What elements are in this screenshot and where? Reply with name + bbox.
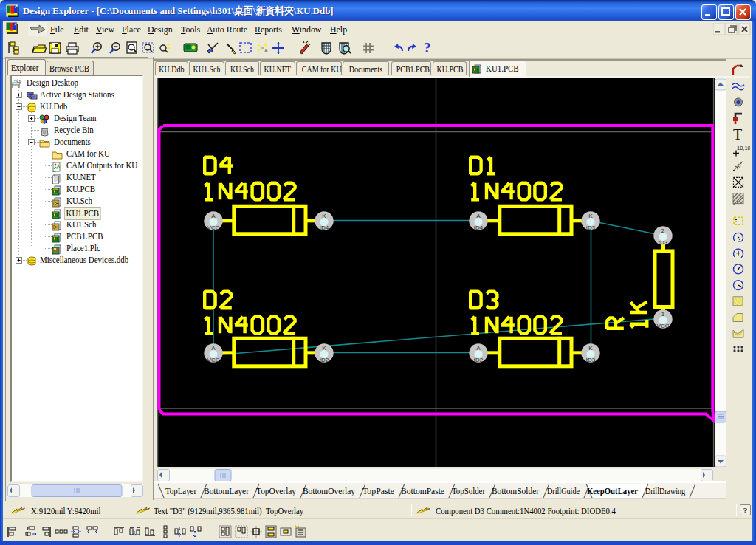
svg-text:DrillDrawing: DrillDrawing — [645, 486, 686, 496]
svg-text:tD4: tD4 — [474, 224, 484, 231]
svg-text:?: ? — [424, 40, 431, 55]
svg-text:K: K — [588, 345, 593, 352]
svg-text:tD3: tD3 — [586, 357, 596, 363]
svg-text:A: A — [211, 213, 216, 219]
svg-text:2: 2 — [662, 227, 665, 234]
svg-text:BottomPaste: BottomPaste — [401, 486, 444, 496]
svg-text:TopSolder: TopSolder — [452, 486, 486, 496]
svg-text:T: T — [733, 126, 742, 143]
svg-text:K: K — [588, 213, 593, 219]
svg-text:A: A — [476, 345, 481, 352]
svg-text:tD2: tD2 — [474, 357, 484, 363]
svg-text:VCC: VCC — [207, 224, 220, 231]
svg-text:DrillGuide: DrillGuide — [547, 486, 580, 496]
svg-text:A: A — [476, 213, 481, 219]
svg-text:TopOverlay: TopOverlay — [256, 486, 297, 496]
svg-text:tD3: tD3 — [659, 239, 668, 246]
svg-text:K: K — [322, 213, 326, 219]
svg-text:10,10: 10,10 — [737, 145, 750, 151]
svg-text:TopLayer: TopLayer — [165, 486, 197, 496]
svg-text:tD2: tD2 — [320, 357, 329, 363]
svg-text:VCC: VCC — [657, 323, 670, 329]
svg-text:TopPaste: TopPaste — [362, 486, 394, 496]
svg-text:KeepOutLayer: KeepOutLayer — [587, 486, 638, 496]
svg-text:A: A — [211, 345, 216, 352]
svg-text:BottomOverlay: BottomOverlay — [303, 486, 356, 496]
svg-text:1: 1 — [662, 311, 665, 318]
svg-text:K: K — [322, 345, 326, 352]
svg-text:tD3: tD3 — [586, 224, 596, 231]
svg-text:tD4: tD4 — [320, 224, 329, 231]
svg-text:VCC: VCC — [207, 357, 220, 363]
svg-text:BottomSolder: BottomSolder — [492, 486, 540, 496]
svg-text:BottomLayer: BottomLayer — [204, 486, 250, 496]
